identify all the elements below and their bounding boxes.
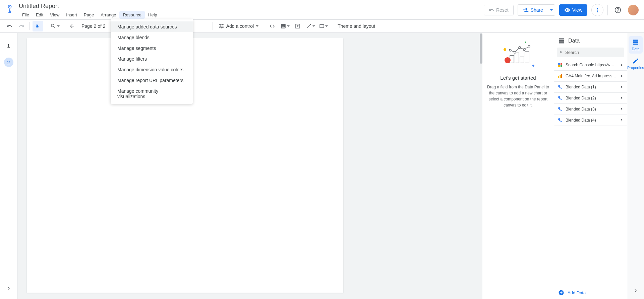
svg-point-16 [509, 49, 511, 51]
embed-button[interactable] [267, 21, 278, 31]
svg-rect-25 [561, 65, 562, 67]
filter-icon [218, 23, 224, 29]
svg-rect-28 [561, 74, 562, 78]
svg-rect-7 [320, 24, 324, 27]
data-panel: Data Search Console https://www.search… … [554, 33, 627, 299]
looker-studio-logo[interactable] [5, 3, 14, 15]
data-source-item[interactable]: Search Console https://www.search… [554, 60, 627, 71]
get-started-text: Drag a field from the Data Panel to the … [486, 84, 550, 108]
menu-manage-segments[interactable]: Manage segments [111, 43, 193, 54]
svg-rect-12 [510, 56, 514, 63]
svg-rect-24 [558, 65, 560, 67]
svg-point-17 [514, 51, 516, 53]
share-dropdown[interactable] [548, 4, 555, 16]
right-tabs: Data Properties [627, 33, 644, 299]
theme-layout-button[interactable]: Theme and layout [335, 21, 378, 31]
chevron-right-icon [6, 285, 12, 291]
expand-icon[interactable] [620, 63, 624, 67]
menu-manage-filters[interactable]: Manage filters [111, 54, 193, 64]
more-vert-icon [594, 7, 600, 13]
menu-page[interactable]: Page [80, 11, 97, 19]
svg-point-3 [597, 10, 598, 11]
expand-icon[interactable] [620, 118, 624, 122]
svg-rect-13 [515, 53, 519, 63]
line-dropdown[interactable] [304, 21, 316, 31]
data-source-item[interactable]: Blended Data (1) [554, 82, 627, 93]
menu-arrange[interactable]: Arrange [97, 11, 119, 19]
page-thumb-2[interactable]: 2 [4, 58, 13, 67]
menu-manage-dimension-colors[interactable]: Manage dimension value colors [111, 64, 193, 75]
text-button[interactable] [292, 21, 303, 31]
image-icon [280, 23, 286, 29]
expand-icon[interactable] [620, 85, 624, 89]
get-started-title: Let's get started [486, 75, 550, 81]
code-icon [269, 23, 275, 29]
redo-button[interactable] [16, 21, 27, 31]
redo-icon [18, 23, 24, 29]
user-avatar[interactable] [628, 5, 639, 15]
prev-page-button[interactable] [67, 21, 77, 31]
menu-view[interactable]: View [47, 11, 63, 19]
expand-icon[interactable] [620, 107, 624, 111]
data-source-item[interactable]: Blended Data (3) [554, 104, 627, 115]
menu-manage-community-viz[interactable]: Manage community visualizations [111, 86, 193, 102]
line-icon [306, 23, 312, 29]
app-header: Untitled Report File Edit View Insert Pa… [0, 0, 644, 19]
menu-manage-url-params[interactable]: Manage report URL parameters [111, 75, 193, 86]
expand-icon[interactable] [620, 74, 624, 78]
data-source-item[interactable]: GA4 Main [ex. Ad Impressions] [554, 71, 627, 82]
search-console-icon [558, 62, 563, 68]
menu-manage-blends[interactable]: Manage blends [111, 32, 193, 43]
page-thumb-1[interactable]: 1 [4, 41, 13, 50]
add-circle-icon [558, 290, 564, 296]
svg-point-6 [310, 24, 311, 25]
canvas-area[interactable] [17, 33, 482, 299]
data-panel-header: Data [554, 33, 627, 48]
view-button[interactable]: View [559, 4, 587, 16]
svg-point-18 [519, 47, 521, 49]
data-table-icon [558, 38, 565, 44]
menu-help[interactable]: Help [145, 11, 161, 19]
blend-icon [558, 106, 563, 112]
get-started-panel: Let's get started Drag a field from the … [482, 33, 554, 299]
menu-insert[interactable]: Insert [63, 11, 80, 19]
image-dropdown[interactable] [279, 21, 291, 31]
undo-button[interactable] [4, 21, 15, 31]
zoom-dropdown[interactable] [49, 21, 61, 31]
menu-resource[interactable]: Resource [119, 11, 145, 19]
report-title[interactable]: Untitled Report [19, 2, 484, 10]
svg-point-20 [528, 45, 530, 47]
collapse-right-panel[interactable] [633, 288, 639, 294]
shape-dropdown[interactable] [318, 21, 329, 31]
data-search[interactable] [557, 48, 624, 57]
help-button[interactable] [612, 4, 624, 16]
arrow-left-icon [69, 23, 75, 29]
expand-icon[interactable] [620, 96, 624, 100]
svg-point-29 [558, 85, 560, 87]
svg-point-9 [525, 42, 526, 43]
svg-point-30 [558, 96, 560, 98]
expand-thumbnails[interactable] [3, 283, 14, 294]
reset-button[interactable]: Reset [484, 5, 514, 15]
undo-icon [6, 23, 12, 29]
caret-down-icon [325, 25, 328, 27]
share-button[interactable]: Share [518, 4, 548, 16]
menu-edit[interactable]: Edit [33, 11, 47, 19]
caret-down-icon [57, 25, 60, 27]
svg-rect-23 [561, 63, 562, 65]
eye-icon [564, 7, 570, 13]
svg-rect-15 [525, 51, 529, 63]
data-source-item[interactable]: Blended Data (2) [554, 93, 627, 104]
vertical-scrollbar[interactable] [480, 33, 482, 64]
menu-manage-data-sources[interactable]: Manage added data sources [111, 21, 193, 32]
menu-file[interactable]: File [19, 11, 33, 19]
selection-tool[interactable] [33, 21, 43, 31]
tab-properties[interactable]: Properties [629, 55, 643, 72]
data-source-item[interactable]: Blended Data (4) [554, 115, 627, 126]
data-search-input[interactable] [565, 50, 622, 55]
svg-rect-22 [558, 63, 560, 65]
more-options-button[interactable] [591, 4, 603, 16]
tab-data[interactable]: Data [629, 36, 643, 54]
add-control-button[interactable]: Add a control [216, 21, 261, 31]
add-data-button[interactable]: Add Data [554, 286, 627, 299]
